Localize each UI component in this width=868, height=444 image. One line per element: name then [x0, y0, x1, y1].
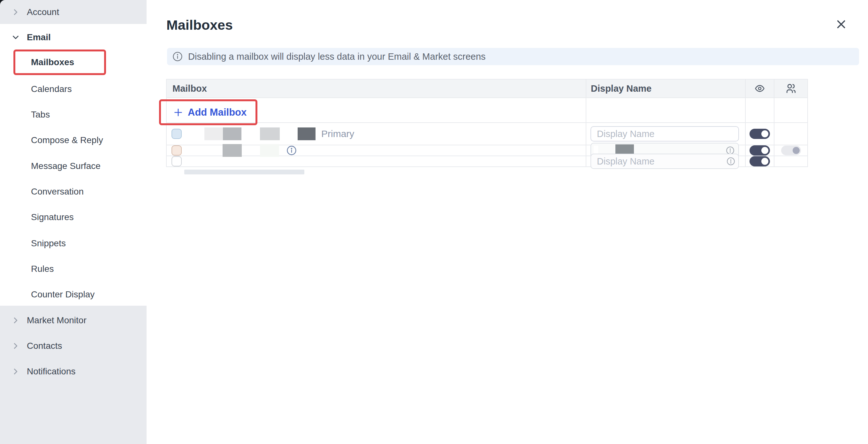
sidebar-item-tabs[interactable]: Tabs — [0, 108, 147, 122]
mailbox-cell — [167, 156, 586, 167]
page-title: Mailboxes — [166, 17, 233, 33]
mailbox-checkbox[interactable] — [172, 145, 182, 155]
display-name-input[interactable] — [590, 154, 739, 169]
visibility-toggle-on[interactable] — [749, 156, 770, 167]
redacted-block — [205, 127, 223, 140]
sidebar-item-contacts[interactable]: Contacts — [0, 339, 147, 353]
redacted-block — [298, 127, 315, 140]
mailbox-cell — [167, 145, 586, 155]
visibility-toggle-on[interactable] — [749, 145, 770, 155]
chevron-right-icon — [11, 316, 21, 325]
close-icon — [834, 18, 848, 31]
display-name-cell — [586, 156, 745, 167]
chevron-right-icon — [11, 341, 21, 351]
display-name-input-wrap — [590, 126, 739, 142]
sidebar-item-compose-reply[interactable]: Compose & Reply — [0, 133, 147, 147]
add-mailbox-row — [167, 98, 807, 123]
visibility-toggle-on[interactable] — [749, 129, 770, 139]
redacted-block — [260, 144, 279, 157]
sidebar-item-market-monitor[interactable]: Market Monitor — [0, 313, 147, 327]
table-header-row: Mailbox Display Name — [167, 80, 807, 98]
display-name-input[interactable] — [590, 126, 739, 142]
column-header-visibility[interactable] — [745, 80, 774, 97]
users-icon — [785, 83, 797, 94]
sidebar-item-notifications[interactable]: Notifications — [0, 364, 147, 379]
column-header-display-name: Display Name — [586, 80, 745, 97]
sidebar-item-label: Mailboxes — [31, 57, 74, 67]
sidebar-item-email[interactable]: Email — [0, 30, 147, 45]
info-icon[interactable] — [286, 145, 297, 155]
table-row: Primary — [167, 123, 807, 145]
sidebar-item-calendars[interactable]: Calendars — [0, 82, 147, 96]
add-mailbox-label: Add Mailbox — [188, 107, 247, 118]
mailbox-checkbox[interactable] — [172, 156, 182, 167]
display-name-input-wrap — [590, 154, 739, 169]
settings-sidebar: Account Email Mailboxes Calendars Tabs C… — [0, 0, 147, 444]
sidebar-item-message-surface[interactable]: Message Surface — [0, 159, 147, 173]
primary-badge: Primary — [321, 128, 354, 139]
redacted-block — [223, 144, 242, 157]
redacted-bar — [184, 170, 304, 174]
chevron-down-icon — [11, 33, 21, 42]
mailboxes-table: Mailbox Display Name Primary — [166, 79, 808, 167]
info-banner: Disabling a mailbox will display less da… — [167, 48, 859, 65]
display-name-cell — [586, 123, 745, 145]
chevron-right-icon — [11, 7, 21, 17]
close-button[interactable] — [834, 17, 849, 32]
sidebar-item-label: Email — [27, 32, 51, 42]
sidebar-item-conversation[interactable]: Conversation — [0, 185, 147, 199]
banner-text: Disabling a mailbox will display less da… — [188, 52, 486, 62]
redacted-block — [260, 127, 280, 140]
add-mailbox-button-highlighted[interactable]: Add Mailbox — [159, 99, 257, 125]
mailbox-checkbox[interactable] — [172, 129, 182, 139]
sidebar-item-snippets[interactable]: Snippets — [0, 236, 147, 250]
column-header-users[interactable] — [774, 80, 807, 97]
info-icon — [173, 52, 183, 62]
sidebar-item-rules[interactable]: Rules — [0, 262, 147, 276]
column-header-mailbox: Mailbox — [167, 80, 586, 97]
sidebar-item-mailboxes-highlighted[interactable]: Mailboxes — [13, 50, 106, 75]
mailbox-cell: Primary — [167, 123, 586, 145]
secondary-toggle-disabled[interactable] — [781, 146, 801, 155]
table-row — [167, 156, 807, 167]
warning-icon — [726, 157, 735, 166]
sidebar-item-signatures[interactable]: Signatures — [0, 210, 147, 224]
sidebar-item-account[interactable]: Account — [0, 0, 147, 24]
sidebar-item-counter-display[interactable]: Counter Display — [0, 288, 147, 301]
redacted-block — [223, 127, 242, 140]
chevron-right-icon — [11, 367, 21, 376]
eye-icon — [755, 83, 765, 94]
plus-icon — [173, 107, 184, 118]
sidebar-item-label: Account — [27, 7, 59, 17]
